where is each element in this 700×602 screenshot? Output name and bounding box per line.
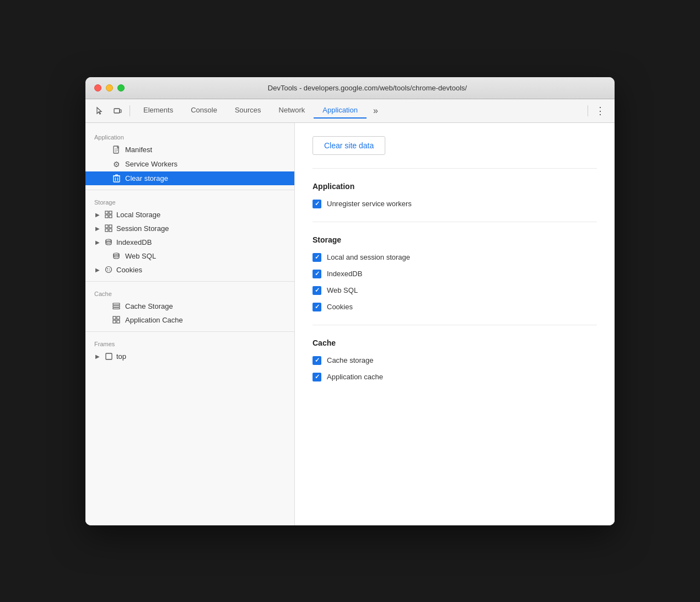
- section-divider-1: [313, 168, 597, 169]
- cookies-arrow: ▶: [94, 267, 101, 273]
- grid-icon-cache: [112, 316, 121, 324]
- responsive-icon[interactable]: [110, 103, 125, 119]
- tab-elements[interactable]: Elements: [134, 103, 182, 119]
- top-label: top: [116, 352, 126, 361]
- tab-sources[interactable]: Sources: [226, 103, 270, 119]
- svg-rect-32: [113, 308, 120, 309]
- svg-rect-34: [117, 316, 120, 319]
- svg-rect-36: [117, 320, 120, 323]
- sidebar-item-cache-storage[interactable]: ▶ Cache Storage: [85, 299, 294, 313]
- web-sql-check-label[interactable]: Web SQL: [327, 286, 358, 294]
- checkbox-web-sql: Web SQL: [313, 286, 597, 295]
- checkbox-local-session-input[interactable]: [313, 253, 321, 262]
- doc-icon: [112, 146, 121, 154]
- checkbox-unregister-sw[interactable]: [313, 200, 321, 208]
- devtools-window: DevTools - developers.google.com/web/too…: [85, 77, 615, 525]
- db-icon-indexed: [104, 238, 113, 246]
- sidebar-item-cookies[interactable]: ▶ Cookies: [85, 263, 294, 277]
- cache-storage-check-label[interactable]: Cache storage: [327, 356, 374, 364]
- more-tabs-button[interactable]: »: [369, 103, 383, 119]
- tab-console[interactable]: Console: [182, 103, 226, 119]
- sidebar-item-manifest[interactable]: ▶ Manifest: [85, 143, 294, 157]
- sidebar-item-top[interactable]: ▶ top: [85, 350, 294, 363]
- cursor-icon[interactable]: [92, 103, 107, 119]
- cookies-check-label[interactable]: Cookies: [327, 303, 353, 311]
- cookies-label: Cookies: [116, 266, 142, 274]
- session-storage-label: Session Storage: [116, 224, 169, 233]
- sidebar-item-indexeddb[interactable]: ▶ IndexedDB: [85, 235, 294, 249]
- cache-section-title: Cache: [313, 338, 597, 347]
- sidebar-item-web-sql[interactable]: ▶ Web SQL: [85, 249, 294, 263]
- section-divider-3: [313, 325, 597, 325]
- checkbox-app-cache: Application cache: [313, 373, 597, 381]
- svg-point-26: [107, 268, 108, 270]
- sidebar-item-session-storage[interactable]: ▶ Session Storage: [85, 222, 294, 235]
- section-divider-2: [313, 222, 597, 222]
- sidebar-item-local-storage[interactable]: ▶ Local Storage: [85, 208, 294, 222]
- divider-3: [85, 331, 294, 332]
- tab-bar: Elements Console Sources Network Applica…: [134, 103, 367, 119]
- sidebar-section-cache: Cache: [85, 286, 294, 299]
- svg-rect-35: [113, 320, 116, 323]
- sidebar-item-clear-storage[interactable]: ▶ Clear storage: [85, 171, 294, 185]
- unregister-sw-label[interactable]: Unregister service workers: [327, 200, 412, 208]
- svg-rect-19: [105, 229, 108, 232]
- toolbar: Elements Console Sources Network Applica…: [85, 99, 615, 123]
- checkbox-cache-storage-input[interactable]: [313, 356, 321, 365]
- minimize-button[interactable]: [106, 84, 113, 92]
- checkbox-local-session: Local and session storage: [313, 253, 597, 262]
- svg-rect-14: [109, 211, 112, 214]
- sidebar-item-service-workers[interactable]: ▶ ⚙ Service Workers: [85, 157, 294, 171]
- web-sql-label: Web SQL: [125, 252, 156, 260]
- checkbox-indexeddb: IndexedDB: [313, 270, 597, 278]
- svg-rect-1: [120, 110, 121, 112]
- manifest-label: Manifest: [125, 146, 152, 154]
- indexeddb-label: IndexedDB: [116, 238, 152, 246]
- main-area: Application ▶ Manifest ▶ ⚙ Service Worke…: [85, 123, 615, 525]
- checkbox-unregister-service-workers: Unregister service workers: [313, 200, 597, 208]
- top-arrow: ▶: [94, 353, 101, 359]
- application-section: Application Unregister service workers: [313, 182, 597, 208]
- close-button[interactable]: [94, 84, 101, 92]
- cookie-icon: [104, 266, 113, 273]
- tab-application[interactable]: Application: [314, 103, 367, 119]
- maximize-button[interactable]: [117, 84, 125, 92]
- toolbar-divider-2: [588, 105, 588, 116]
- sidebar-section-storage: Storage: [85, 195, 294, 208]
- clear-site-data-button[interactable]: Clear site data: [313, 136, 385, 155]
- db-icon-sql: [112, 252, 121, 260]
- layers-icon: [112, 303, 121, 309]
- local-session-label[interactable]: Local and session storage: [327, 253, 410, 261]
- divider-2: [85, 281, 294, 282]
- sidebar-item-app-cache[interactable]: ▶ Application Cache: [85, 313, 294, 327]
- indexeddb-check-label[interactable]: IndexedDB: [327, 270, 362, 278]
- checkbox-app-cache-input[interactable]: [313, 373, 321, 381]
- storage-section: Storage Local and session storage Indexe…: [313, 235, 597, 311]
- toolbar-divider: [130, 105, 130, 116]
- svg-rect-33: [113, 316, 116, 319]
- grid-icon-session: [104, 224, 113, 232]
- svg-rect-16: [109, 215, 112, 218]
- checkbox-web-sql-input[interactable]: [313, 286, 321, 295]
- checkbox-cookies: Cookies: [313, 303, 597, 311]
- sidebar: Application ▶ Manifest ▶ ⚙ Service Worke…: [85, 123, 295, 525]
- svg-rect-30: [113, 303, 120, 305]
- svg-rect-20: [109, 229, 112, 232]
- grid-icon-local: [104, 211, 113, 218]
- svg-point-25: [106, 267, 112, 273]
- checkbox-indexeddb-input[interactable]: [313, 270, 321, 278]
- trash-icon: [112, 174, 121, 182]
- application-cache-label: Application Cache: [125, 316, 183, 324]
- indexeddb-arrow: ▶: [94, 239, 101, 245]
- cache-storage-label: Cache Storage: [125, 302, 173, 310]
- storage-section-title: Storage: [313, 235, 597, 244]
- sidebar-section-application: Application: [85, 130, 294, 143]
- titlebar: DevTools - developers.google.com/web/too…: [85, 77, 615, 99]
- app-cache-check-label[interactable]: Application cache: [327, 373, 383, 381]
- devtools-menu-button[interactable]: ⋮: [593, 103, 608, 119]
- svg-rect-13: [105, 211, 108, 214]
- svg-rect-18: [109, 225, 112, 228]
- svg-point-29: [109, 270, 110, 271]
- tab-network[interactable]: Network: [270, 103, 314, 119]
- checkbox-cookies-input[interactable]: [313, 303, 321, 311]
